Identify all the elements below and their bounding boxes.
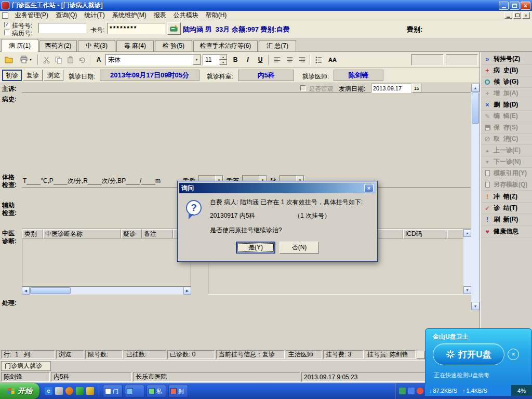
taskbar-app-button[interactable]: 刹 — [168, 385, 188, 397]
underline-button[interactable]: U — [255, 54, 266, 65]
sidebar-history[interactable]: +病 史(B) — [481, 65, 532, 76]
font-color-button[interactable]: A — [93, 54, 104, 65]
italic-button[interactable]: I — [242, 54, 254, 65]
calendar-button[interactable]: 15 — [412, 84, 421, 93]
grid-vscroll-track[interactable] — [463, 237, 471, 286]
align-center-button[interactable] — [284, 54, 295, 65]
quick-launch-player-icon[interactable] — [65, 387, 73, 395]
onset-date-input[interactable]: 2013.09.17 — [371, 84, 411, 93]
open-button[interactable] — [2, 54, 16, 65]
main-vscroll-thumb[interactable] — [472, 92, 479, 124]
sidebar-save[interactable]: 保 存(S) — [481, 122, 532, 134]
copy-button[interactable] — [52, 54, 64, 65]
mdi-restore-button[interactable] — [513, 12, 521, 19]
menu-maintenance[interactable]: 系统维护(M) — [109, 10, 150, 20]
size-up-arrow-icon[interactable]: ▲ — [219, 55, 227, 60]
tab-exam-surgery[interactable]: 检查手术治疗等(6) — [193, 40, 258, 51]
print-button[interactable]: ▼ — [17, 54, 35, 65]
menu-statistics[interactable]: 统计(T) — [81, 10, 108, 20]
bullet-list-button[interactable] — [313, 54, 324, 65]
reg-no-checkbox[interactable]: ✓ — [4, 22, 10, 28]
sidebar-prev-visit[interactable]: ▲上一诊(E) — [481, 145, 532, 156]
main-vscroll-down-arrow[interactable]: ▼ — [471, 302, 480, 310]
menu-business[interactable]: 业务管理(P) — [11, 10, 52, 20]
menu-public-module[interactable]: 公共模块 — [170, 10, 202, 20]
quick-launch-desktop-icon[interactable] — [55, 387, 63, 395]
record-no-checkbox[interactable] — [4, 30, 10, 35]
sidebar-transfer-reg[interactable]: »转挂号(Z) — [481, 54, 532, 65]
align-right-button[interactable] — [296, 54, 308, 65]
tray-volume-icon[interactable] — [417, 388, 423, 394]
bottom-tab-outpatient[interactable]: 门诊病人就诊 — [1, 361, 51, 371]
popup-close-icon[interactable]: × — [508, 349, 519, 360]
return-visit-button[interactable]: 复诊 — [23, 70, 43, 81]
print-dropdown-arrow-icon[interactable]: ▼ — [29, 58, 32, 61]
mdi-close-button[interactable]: × — [522, 12, 530, 19]
hscroll-right-arrow[interactable]: ▶ — [183, 287, 191, 295]
paste-button[interactable] — [64, 54, 76, 65]
observe-checkbox[interactable] — [300, 85, 306, 91]
mdi-minimize-button[interactable] — [504, 12, 512, 19]
restore-button[interactable] — [510, 2, 520, 10]
tab-narcotics[interactable]: 毒 麻(4) — [116, 40, 154, 51]
quick-launch-folder-icon[interactable] — [86, 387, 94, 395]
hscroll-thumb[interactable] — [30, 287, 71, 294]
tab-lab-test[interactable]: 检 验(5) — [155, 40, 192, 51]
size-down-arrow-icon[interactable]: ▼ — [219, 60, 227, 65]
first-visit-button[interactable]: 初诊 — [2, 70, 22, 81]
main-vscroll-up-arrow[interactable]: ▲ — [471, 84, 480, 92]
card-no-input[interactable]: ******** — [107, 23, 165, 34]
tray-network-icon[interactable] — [408, 388, 415, 394]
sidebar-template-save[interactable]: 另存模板(Q) — [481, 179, 532, 191]
dialog-close-button[interactable]: × — [364, 184, 374, 192]
sidebar-next-visit[interactable]: ▼下一诊(N) — [481, 156, 532, 168]
grid-vscroll-down-arrow[interactable]: ▼ — [463, 286, 471, 294]
sidebar-delete[interactable]: ×删 除(D) — [481, 99, 532, 111]
minimize-button[interactable] — [499, 2, 509, 10]
font-name-combobox[interactable]: 宋体 ▼ — [105, 54, 201, 65]
hscroll-left-arrow[interactable]: ◀ — [22, 287, 30, 295]
open-usb-button[interactable]: 打开U盘 — [433, 343, 504, 365]
tab-chinese-medicine[interactable]: 中 药(3) — [78, 40, 115, 51]
tab-western-rx[interactable]: 西药方(2) — [39, 40, 77, 51]
sidebar-waiting[interactable]: 候 诊(G) — [481, 76, 532, 88]
sidebar-reverse[interactable]: !冲 销(Z) — [481, 191, 532, 203]
sidebar-refresh[interactable]: !刷 新(R) — [481, 214, 532, 225]
dialog-titlebar: 询问 × — [179, 183, 376, 193]
reg-no-input[interactable] — [38, 23, 86, 33]
menu-help[interactable]: 帮助(H) — [202, 10, 231, 20]
quick-launch-ie-icon[interactable]: e — [45, 387, 52, 395]
cut-button[interactable] — [41, 54, 52, 65]
taskbar-app-button[interactable] — [125, 385, 144, 397]
quick-launch-messenger-icon[interactable] — [76, 387, 84, 395]
tab-summary[interactable]: 汇 总(7) — [259, 40, 296, 51]
tray-antivirus-icon[interactable] — [399, 388, 406, 394]
char-scale-button[interactable]: AA — [325, 54, 340, 65]
dialog-yes-button[interactable]: 是(Y) — [236, 242, 275, 254]
splitter-handle[interactable] — [417, 351, 425, 359]
menu-report[interactable]: 报表 — [150, 10, 170, 20]
undo-icon — [78, 56, 86, 64]
grid-vscroll-up-arrow[interactable]: ▲ — [463, 229, 471, 237]
menu-query[interactable]: 查询(Q) — [52, 10, 81, 20]
dialog-no-button[interactable]: 否(N) — [280, 242, 319, 254]
taskbar-app-button[interactable]: 门 — [103, 385, 123, 397]
sidebar-add[interactable]: +增 加(A) — [481, 88, 532, 99]
browse-button[interactable]: 浏览 — [44, 70, 63, 81]
font-size-spinner[interactable]: 11 ▲ ▼ — [203, 54, 228, 65]
physical-exam-text[interactable]: T____℃,P____次/分,R____次/分,BP____/____m — [23, 177, 161, 185]
close-button[interactable]: × — [521, 2, 530, 10]
sidebar-cancel[interactable]: ∅取 消(C) — [481, 134, 532, 145]
undo-button[interactable] — [76, 54, 88, 65]
tab-medical-record[interactable]: 病 历(1) — [1, 39, 38, 52]
sidebar-finish-visit[interactable]: ✓诊 结(T) — [481, 203, 532, 214]
font-dropdown-arrow-icon[interactable]: ▼ — [193, 55, 201, 65]
align-left-button[interactable] — [271, 54, 283, 65]
sidebar-health-info[interactable]: ♥健康信息 — [481, 226, 532, 237]
bold-button[interactable]: B — [230, 54, 241, 65]
start-button[interactable]: 开始 — [0, 383, 39, 399]
card-reader-button[interactable] — [167, 22, 181, 35]
taskbar-app-button[interactable]: 私 — [147, 385, 166, 397]
sidebar-template-use[interactable]: 模板引用(Y) — [481, 168, 532, 179]
sidebar-edit[interactable]: ✎编 辑(E) — [481, 111, 532, 122]
